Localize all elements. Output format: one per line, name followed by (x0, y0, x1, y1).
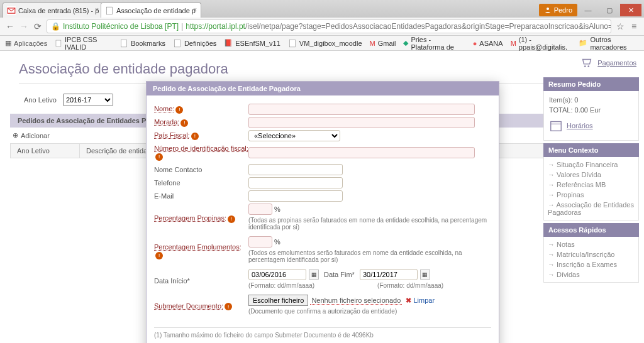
svg-rect-6 (289, 40, 295, 47)
reload-icon[interactable]: ⟳ (33, 21, 43, 31)
nif-label: Número de identificação fiscal:! (154, 143, 248, 162)
tab-label: Caixa de entrada (815) - p (18, 7, 99, 14)
limpar-link[interactable]: Limpar (406, 297, 435, 304)
svg-rect-1 (106, 7, 112, 14)
bookmark-item[interactable]: IPCB CSS IVALID (55, 36, 112, 51)
svg-rect-3 (56, 40, 61, 46)
data-fim-label: Data Fim* (324, 271, 355, 278)
pagamentos-link[interactable]: Pagamentos (543, 51, 639, 75)
bookmarks-bar: ▦ Aplicações IPCB CSS IVALID Bookmarks D… (0, 36, 644, 51)
bookmark-item[interactable]: Definições (173, 39, 216, 48)
bookmark-item[interactable]: VM_digibox_moodle (288, 39, 362, 48)
bookmark-item[interactable]: MGmail (370, 40, 396, 47)
sidebar: Pagamentos Resumo Pedido Item(s): 0 TOTA… (543, 51, 639, 283)
bookmark-item[interactable]: 📕ESEnfSM_v11 (224, 39, 280, 47)
svg-rect-9 (551, 122, 562, 131)
apps-button[interactable]: ▦ Aplicações (5, 39, 47, 47)
user-badge[interactable]: Pedro (539, 4, 577, 16)
menu-link[interactable]: Referências MB (548, 180, 635, 190)
nome-input[interactable] (248, 104, 475, 115)
email-input[interactable] (248, 190, 343, 202)
bookmark-item[interactable]: Bookmarks (119, 39, 165, 48)
svg-point-8 (588, 65, 590, 67)
perc-propinas-label: Percentagem Propinas:! (154, 213, 248, 224)
menu-link[interactable]: Associação de Entidades Pagadoras (548, 200, 635, 217)
nif-input[interactable] (248, 147, 475, 158)
calendar-icon[interactable]: ▦ (420, 270, 430, 280)
calendar-icon[interactable]: ▦ (309, 270, 319, 280)
perc-emol-hint: (Todos os emolumentos serão faturados em… (248, 249, 491, 263)
footnote: (1) Tamanho máximo do ficheiro do campo … (154, 327, 491, 339)
telefone-input[interactable] (248, 177, 343, 188)
ano-letivo-label: Ano Letivo (24, 96, 57, 104)
modal-title: Pedido de Associação de Entidade Pagador… (147, 82, 499, 95)
address-bar: ← → ⟳ 🔒 Instituto Politécnico de Lisboa … (0, 18, 644, 36)
gmail-icon (7, 6, 16, 15)
morada-label: Morada:! (154, 117, 248, 128)
contacto-label: Nome Contacto (154, 165, 248, 175)
bookmark-item[interactable]: ◆Pries - Plataforma de (403, 36, 465, 51)
horarios-link[interactable]: Horários (549, 115, 633, 136)
acessos-links: Notas Matrícula/Inscrição Inscrição a Ex… (543, 237, 639, 283)
browser-tabstrip: Caixa de entrada (815) - p × Associação … (0, 0, 644, 18)
morada-input[interactable] (248, 117, 475, 128)
window-close[interactable]: ✕ (620, 4, 641, 16)
star-icon[interactable]: ☆ (615, 21, 625, 31)
modal-dialog: Pedido de Associação de Entidade Pagador… (146, 81, 499, 343)
menu-link[interactable]: Situação Financeira (548, 160, 635, 170)
pais-label: País Fiscal:! (154, 130, 248, 141)
browser-tab-active[interactable]: Associação de entidade p × (101, 3, 201, 18)
perc-propinas-input[interactable] (248, 204, 272, 215)
data-inicio-input[interactable] (248, 269, 306, 280)
data-inicio-label: Data Início* (154, 276, 248, 286)
bookmark-item[interactable]: M(1) - ppais@digitalis. (511, 36, 572, 51)
svg-rect-5 (174, 40, 180, 47)
menu-link[interactable]: Propinas (548, 190, 635, 200)
acesso-link[interactable]: Notas (548, 239, 635, 249)
other-bookmarks[interactable]: 📁 Outros marcadores (579, 36, 639, 51)
tab-label: Associação de entidade p (116, 7, 196, 14)
acessos-header: Acessos Rápidos (543, 223, 639, 237)
close-icon[interactable]: × (193, 6, 197, 13)
perc-emol-input[interactable] (248, 236, 272, 248)
window-maximize[interactable]: ▢ (599, 4, 620, 16)
ano-letivo-select[interactable]: 2016-17 (63, 94, 113, 106)
browser-tab-gmail[interactable]: Caixa de entrada (815) - p × (3, 3, 103, 18)
contacto-input[interactable] (248, 164, 343, 175)
acesso-link[interactable]: Inscrição a Exames (548, 259, 635, 270)
acesso-link[interactable]: Dívidas (548, 270, 635, 280)
escolher-ficheiro-button[interactable]: Escolher ficheiro (248, 295, 308, 306)
telefone-label: Telefone (154, 178, 248, 188)
data-fim-input[interactable] (360, 269, 418, 280)
perc-emol-label: Percentagem Emolumentos:! (154, 242, 248, 261)
cart-icon (580, 56, 594, 70)
svg-point-2 (547, 8, 549, 10)
svg-rect-4 (121, 40, 126, 47)
window-minimize[interactable]: — (577, 4, 599, 16)
forward-icon[interactable]: → (19, 21, 29, 31)
user-icon (544, 6, 552, 14)
menu-icon[interactable]: ≡ (629, 21, 639, 31)
lock-icon: 🔒 (51, 22, 60, 31)
perc-propinas-hint: (Todas as propinas serão faturados em no… (248, 217, 491, 231)
menu-links: Situação Financeira Valores Dívida Refer… (543, 157, 639, 220)
doc-hint: (Documento que confirma a autorização da… (248, 308, 491, 315)
menu-header: Menu Contexto (543, 143, 639, 157)
pais-select[interactable]: «Seleccione» (248, 130, 340, 141)
col-ano-letivo: Ano Letivo (11, 144, 80, 158)
submeter-label: Submeter Documento:! (154, 301, 248, 312)
file-none-label: Nenhum ficheiro selecionado (310, 297, 402, 305)
email-label: E-Mail (154, 191, 248, 201)
resumo-header: Resumo Pedido (543, 77, 639, 91)
menu-link[interactable]: Valores Dívida (548, 170, 635, 180)
nome-label: Nome:! (154, 104, 248, 115)
acesso-link[interactable]: Matrícula/Inscrição (548, 249, 635, 259)
back-icon[interactable]: ← (5, 21, 15, 31)
resumo-body: Item(s): 0 TOTAL: 0.00 Eur Horários (543, 91, 639, 141)
page-icon (105, 6, 114, 15)
calendar-icon (549, 119, 563, 133)
bookmark-item[interactable]: ●ASANA (473, 40, 503, 47)
svg-point-7 (584, 65, 586, 67)
close-icon[interactable]: × (95, 6, 99, 13)
url-input[interactable]: 🔒 Instituto Politécnico de Lisboa [PT] |… (47, 19, 611, 33)
